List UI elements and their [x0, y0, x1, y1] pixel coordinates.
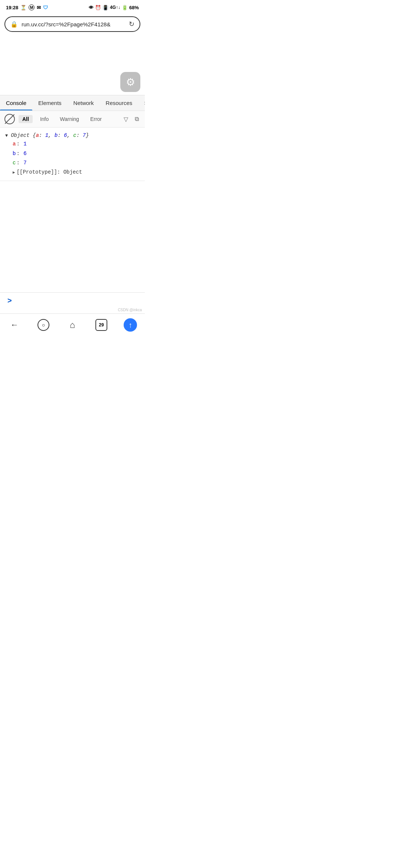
prop-val-a: 1 — [23, 139, 26, 149]
tabs-button[interactable]: 29 — [92, 318, 110, 332]
url-text: run.uv.cc/?src=%2Fpage%2F4128& — [22, 21, 125, 27]
back-icon: ← — [10, 320, 19, 330]
mail-icon: ✉ — [37, 5, 41, 10]
battery-icon: 🔋 — [122, 5, 128, 10]
time: 19:28 — [6, 5, 18, 10]
prop-val-b: 6 — [23, 149, 26, 158]
prompt-line: > — [7, 296, 137, 305]
gear-icon: ⚙ — [126, 76, 135, 88]
prototype-arrow[interactable]: ▶ — [13, 169, 15, 177]
console-output: ▼ Object {a: 1, b: 6, c: 7} a : 1 b : 6 … — [0, 128, 145, 181]
tabs-icon: 29 — [95, 319, 107, 331]
search-icon: ○ — [38, 319, 49, 331]
filter-bar: All Info Warning Error ▽ ⧉ — [0, 111, 145, 128]
signal-icon: 4G↑↓ — [110, 5, 120, 10]
prop-key-c: c — [13, 158, 16, 168]
home-button[interactable]: ⌂ — [63, 318, 81, 332]
devtools-tabs: Console Elements Network Resources Sourc… — [0, 95, 145, 111]
status-bar: 19:28 ⏳ M ✉ 🛡 👁 ⏰ 📳 4G↑↓ 🔋 68% — [0, 0, 145, 13]
address-bar[interactable]: 🔒 run.uv.cc/?src=%2Fpage%2F4128& ↻ — [4, 16, 140, 32]
prop-a: a : 1 — [13, 139, 140, 149]
tab-network[interactable]: Network — [68, 95, 100, 111]
battery-percent: 68% — [129, 5, 139, 10]
search-button[interactable]: ○ — [35, 318, 52, 332]
devtools-panel: Console Elements Network Resources Sourc… — [0, 95, 145, 292]
console-prompt-bar: > — [0, 292, 145, 307]
copy-icon[interactable]: ⧉ — [133, 115, 140, 123]
expand-arrow[interactable]: ▼ — [5, 132, 8, 139]
object-summary: Object {a: 1, b: 6, c: 7} — [11, 131, 89, 139]
prop-b: b : 6 — [13, 149, 140, 158]
vibrate-icon: 📳 — [102, 5, 108, 10]
shield-icon: 🛡 — [43, 5, 48, 10]
watermark: CSDN @inkca — [0, 307, 145, 313]
clear-filter-button[interactable] — [4, 114, 15, 124]
filter-info[interactable]: Info — [36, 115, 52, 123]
filter-error[interactable]: Error — [87, 115, 105, 123]
reload-icon[interactable]: ↻ — [129, 20, 134, 28]
alarm-icon: ⏰ — [95, 5, 101, 10]
web-content-area: ⚙ — [0, 36, 145, 95]
m-icon: M — [29, 4, 35, 10]
prompt-symbol[interactable]: > — [7, 296, 12, 305]
tab-sources[interactable]: Sources — [138, 95, 145, 111]
prop-key-b: b — [13, 149, 16, 158]
tab-resources[interactable]: Resources — [100, 95, 138, 111]
prototype-text: [[Prototype]]: Object — [17, 168, 82, 177]
filter-dropdown-icon[interactable]: ▽ — [122, 115, 130, 124]
filter-all[interactable]: All — [19, 115, 33, 123]
prop-key-a: a — [13, 139, 16, 149]
tab-console[interactable]: Console — [0, 95, 32, 111]
eye-icon: 👁 — [89, 5, 94, 10]
address-bar-container: 🔒 run.uv.cc/?src=%2Fpage%2F4128& ↻ — [0, 13, 145, 36]
status-left: 19:28 ⏳ M ✉ 🛡 — [6, 4, 48, 10]
back-button[interactable]: ← — [6, 318, 23, 332]
upload-button[interactable]: ↑ — [121, 318, 139, 332]
object-properties: a : 1 b : 6 c : 7 ▶ [[Prototype]]: Objec… — [5, 139, 140, 177]
hourglass-icon: ⏳ — [20, 5, 26, 10]
prop-val-c: 7 — [23, 158, 26, 168]
console-empty-area — [0, 181, 145, 292]
status-right: 👁 ⏰ 📳 4G↑↓ 🔋 68% — [89, 5, 139, 10]
prototype-line[interactable]: ▶ [[Prototype]]: Object — [13, 168, 140, 177]
upload-icon: ↑ — [124, 318, 137, 332]
home-icon: ⌂ — [70, 320, 75, 330]
devtools-gear-button[interactable]: ⚙ — [120, 72, 140, 92]
lock-icon: 🔒 — [10, 21, 18, 28]
tabs-count: 29 — [99, 322, 104, 328]
bottom-nav: ← ○ ⌂ 29 ↑ — [0, 313, 145, 338]
prop-c: c : 7 — [13, 158, 140, 168]
object-summary-line[interactable]: ▼ Object {a: 1, b: 6, c: 7} — [5, 131, 140, 139]
filter-warning[interactable]: Warning — [56, 115, 83, 123]
tab-elements[interactable]: Elements — [32, 95, 68, 111]
